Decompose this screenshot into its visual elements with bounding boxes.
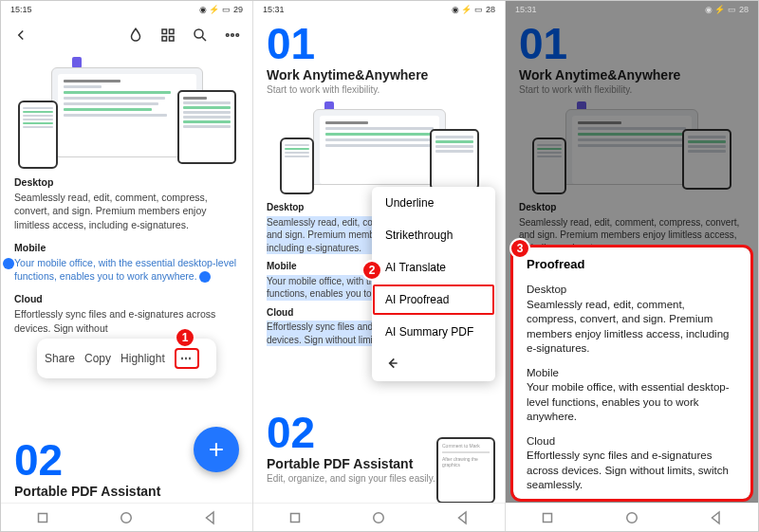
hero-illustration: [23, 60, 231, 164]
proofread-title: Proofread: [513, 257, 750, 277]
pf-section-title: Desktop: [527, 283, 737, 298]
fab-add-button[interactable]: +: [194, 427, 239, 472]
nav-recent-icon[interactable]: [539, 509, 556, 526]
pf-section-text: Effortlessly sync files and e-signatures…: [527, 449, 737, 493]
svg-point-5: [226, 34, 229, 37]
status-time: 15:31: [263, 5, 285, 14]
page-subtitle: Start to work with flexibility.: [267, 84, 491, 95]
menu-strikethrough[interactable]: Strikethrough: [372, 219, 495, 251]
svg-point-4: [194, 29, 203, 38]
ctx-share[interactable]: Share: [45, 351, 75, 366]
pf-section-title: Cloud: [527, 434, 737, 449]
status-bar: 15:31 ◉ ⚡ ▭ 28: [253, 1, 505, 18]
more-icon[interactable]: [224, 27, 241, 44]
nav-back-icon[interactable]: [202, 509, 219, 526]
page-number: 01: [267, 22, 491, 65]
pf-section-text: Seamlessly read, edit, comment, compress…: [527, 298, 737, 357]
nav-back-icon[interactable]: [708, 509, 725, 526]
callout-badge-3: 3: [509, 238, 530, 259]
context-dropdown: Underline Strikethrough AI Translate AI …: [372, 187, 495, 381]
nav-home-icon[interactable]: [370, 509, 387, 526]
ctx-more-button[interactable]: ⋯: [175, 348, 199, 369]
status-icons: ◉ ⚡ ▭ 29: [199, 5, 243, 14]
section-title-mobile: Mobile: [14, 241, 239, 254]
svg-point-7: [236, 34, 239, 37]
grid-icon[interactable]: [159, 27, 176, 44]
back-icon[interactable]: [12, 27, 29, 44]
section-text: Seamlessly read, edit, comment, compress…: [14, 191, 239, 231]
status-time: 15:15: [10, 5, 32, 14]
callout-badge-1: 1: [175, 327, 195, 348]
svg-rect-0: [162, 29, 167, 34]
status-bar: 15:31 ◉ ⚡ ▭ 28: [506, 1, 758, 18]
ctx-copy[interactable]: Copy: [84, 351, 111, 366]
status-bar: 15:15 ◉ ⚡ ▭ 29: [1, 1, 252, 18]
pf-section-title: Mobile: [527, 366, 737, 381]
svg-point-9: [121, 512, 132, 523]
svg-rect-10: [291, 513, 300, 522]
ctx-highlight[interactable]: Highlight: [120, 351, 165, 366]
menu-ai-proofread[interactable]: AI Proofread: [372, 284, 495, 316]
svg-point-11: [374, 512, 384, 523]
menu-ai-translate[interactable]: AI Translate: [372, 251, 495, 284]
page-heading: Portable PDF Assistant: [14, 484, 239, 499]
proofread-panel: Proofread Desktop Seamlessly read, edit,…: [513, 248, 750, 499]
svg-rect-3: [170, 37, 175, 42]
pf-section-text: Your mobile office, with essential deskt…: [527, 380, 737, 425]
hero-illustration: [285, 104, 474, 190]
nav-bar: [1, 503, 252, 531]
status-icons: ◉ ⚡ ▭ 28: [452, 5, 495, 14]
nav-recent-icon[interactable]: [34, 509, 51, 526]
section-title-desktop: Desktop: [14, 175, 239, 189]
callout-badge-2: 2: [361, 260, 382, 281]
status-time: 15:31: [515, 5, 537, 14]
nav-bar: [253, 503, 505, 531]
toolbar: [1, 18, 252, 52]
ink-icon[interactable]: [127, 27, 144, 44]
nav-home-icon[interactable]: [623, 509, 640, 526]
svg-rect-12: [544, 513, 552, 522]
phone-illustration: Comment to Mark After drawing the graphi…: [436, 437, 495, 504]
selected-text[interactable]: Your mobile office, with the essential d…: [14, 256, 239, 283]
nav-home-icon[interactable]: [118, 509, 135, 526]
svg-rect-2: [162, 37, 167, 42]
status-icons: ◉ ⚡ ▭ 28: [705, 5, 749, 14]
page-heading: Work Anytime&Anywhere: [267, 67, 491, 83]
svg-point-6: [231, 34, 234, 37]
menu-back-icon[interactable]: [372, 348, 495, 381]
document-content: Desktop Seamlessly read, edit, comment, …: [1, 175, 252, 378]
section-title-cloud: Cloud: [14, 292, 239, 305]
menu-ai-summary[interactable]: AI Summary PDF: [372, 316, 495, 348]
nav-back-icon[interactable]: [454, 509, 472, 526]
svg-rect-1: [170, 29, 175, 34]
section-text: Effortlessly sync files and e-signatures…: [14, 307, 239, 334]
search-icon[interactable]: [192, 27, 209, 44]
svg-point-13: [627, 512, 638, 523]
svg-rect-8: [39, 513, 47, 522]
nav-recent-icon[interactable]: [287, 509, 304, 526]
menu-underline[interactable]: Underline: [372, 187, 495, 219]
nav-bar: [506, 503, 758, 531]
